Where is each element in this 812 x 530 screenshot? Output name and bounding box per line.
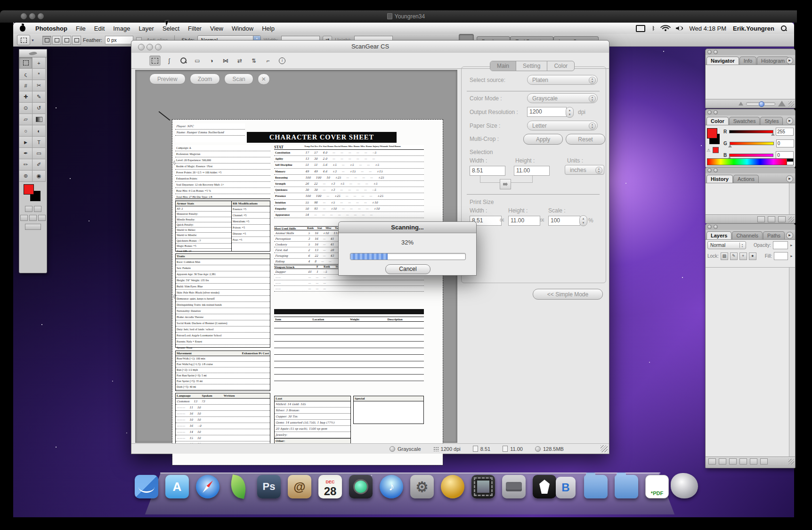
tab-paths[interactable]: Paths <box>763 231 785 239</box>
dock-system-preferences-icon[interactable]: ⚙ <box>410 475 434 498</box>
new-layer-icon[interactable] <box>750 458 757 465</box>
slice-tool-icon[interactable]: ✂ <box>32 80 46 91</box>
magic-wand-tool-icon[interactable]: * <box>32 69 46 80</box>
paper-size-popup[interactable]: Letter▲▼ <box>527 121 598 130</box>
lock-transparency-icon[interactable]: ▨ <box>721 253 728 260</box>
link-dimensions-button[interactable] <box>500 179 511 189</box>
clone-stamp-tool-icon[interactable]: ⊙ <box>19 103 32 114</box>
navigator-zoom-slider[interactable] <box>746 102 775 106</box>
tab-setting[interactable]: Setting <box>516 61 547 71</box>
tab-color[interactable]: Color <box>547 61 574 71</box>
display-icon[interactable] <box>636 25 645 32</box>
screen-mode-full-menubar-button[interactable] <box>29 215 37 221</box>
palette-close-button[interactable] <box>707 50 712 54</box>
dock-finder-icon[interactable] <box>135 475 158 498</box>
tab-history[interactable]: History <box>706 175 733 183</box>
toolbox-header[interactable] <box>19 49 47 57</box>
tab-channels[interactable]: Channels <box>732 231 762 239</box>
green-value-input[interactable]: 0 <box>776 139 794 147</box>
menu-item[interactable]: Select <box>158 25 184 32</box>
menu-item[interactable]: File <box>72 25 90 32</box>
palette-resize-grip[interactable] <box>788 459 794 465</box>
palette-menu-icon[interactable]: ▶ <box>786 175 793 182</box>
palette-collapse-button[interactable] <box>714 50 718 54</box>
select-source-popup[interactable]: Platen▲▼ <box>527 75 598 85</box>
fill-input[interactable] <box>774 252 788 260</box>
palette-menu-icon[interactable]: ▶ <box>786 117 793 124</box>
new-snapshot-icon[interactable] <box>768 216 775 222</box>
output-resolution-input[interactable]: 1200 <box>527 107 567 117</box>
tone-icon[interactable]: ◑ <box>206 56 217 66</box>
info-icon[interactable]: i <box>276 56 288 66</box>
menu-item[interactable]: View <box>206 25 227 32</box>
units-popup[interactable]: inches▲▼ <box>565 165 604 175</box>
dock-itunes-icon[interactable]: ♪ <box>380 475 403 498</box>
opacity-input[interactable] <box>773 241 788 249</box>
dock-bluetooth-utility-icon[interactable]: B <box>556 477 576 498</box>
dock-app-a-icon[interactable]: A <box>165 475 189 498</box>
tab-histogram[interactable]: Histogram <box>757 57 789 65</box>
tool-dropdown-arrow[interactable]: ▼ <box>31 39 34 42</box>
dock-photoshop-icon[interactable]: Ps <box>257 475 281 498</box>
blur-tool-icon[interactable]: ○ <box>19 125 32 137</box>
scroll-icon[interactable]: ʃ <box>163 56 175 66</box>
selection-width-input[interactable]: 8.51 <box>470 166 505 176</box>
delete-state-icon[interactable] <box>778 216 786 222</box>
current-tool-icon[interactable] <box>17 35 30 45</box>
print-scale-input[interactable]: 100 <box>548 216 580 226</box>
screen-mode-standard-button[interactable] <box>20 215 28 221</box>
flip-horizontal-icon[interactable]: ⇄ <box>234 56 245 66</box>
volume-icon[interactable] <box>676 25 683 31</box>
gamut-color-chip[interactable] <box>713 147 719 153</box>
standard-mode-button[interactable] <box>25 206 32 212</box>
selection-intersect-button[interactable] <box>72 36 81 45</box>
foreground-color-chip[interactable] <box>707 128 717 139</box>
eyedropper-tool-icon[interactable]: ✐ <box>32 159 46 171</box>
zoom-out-icon[interactable] <box>739 102 743 106</box>
tab-actions[interactable]: Actions <box>733 175 759 183</box>
palette-collapse-button[interactable] <box>714 225 718 229</box>
shape-tool-icon[interactable]: ▭ <box>32 148 46 159</box>
reset-button[interactable]: Reset <box>566 134 605 145</box>
dock-pdf-stack-icon[interactable]: *PDF <box>645 475 669 498</box>
menu-clock[interactable]: Wed 4:18 PM <box>690 25 727 32</box>
crop-select-icon[interactable] <box>149 56 161 66</box>
lock-pixels-icon[interactable]: ✎ <box>730 253 738 260</box>
zoom-button[interactable]: Zoom <box>190 73 220 84</box>
cancel-button[interactable]: Cancel <box>385 264 430 274</box>
dock-address-book-icon[interactable]: @ <box>288 475 311 498</box>
cancel-scan-icon[interactable]: ✕ <box>258 73 270 85</box>
black-white-chip[interactable] <box>787 158 794 165</box>
pen-tool-icon[interactable]: ✒ <box>19 148 32 159</box>
simple-mode-button[interactable]: << Simple Mode <box>533 289 603 300</box>
dock-gold-sphere-icon[interactable] <box>441 475 464 498</box>
menu-item[interactable]: Help <box>258 25 279 32</box>
menu-item[interactable]: Window <box>227 25 258 32</box>
frame-icon[interactable]: ▭ <box>192 56 203 66</box>
palette-collapse-button[interactable] <box>714 168 718 172</box>
color-spectrum-bar[interactable] <box>707 158 787 165</box>
palette-close-button[interactable] <box>707 168 712 172</box>
blend-mode-popup[interactable]: Normal▲▼ <box>707 241 746 249</box>
tab-layers[interactable]: Layers <box>706 231 731 239</box>
lasso-tool-icon[interactable]: ς <box>19 69 32 80</box>
print-height-input[interactable]: 11.00 <box>508 216 540 226</box>
dock-ical-icon[interactable]: DEC28 <box>318 475 342 498</box>
healing-brush-tool-icon[interactable]: ✚ <box>19 91 32 103</box>
menu-item[interactable]: Edit <box>90 25 109 32</box>
tab-navigator[interactable]: Navigator <box>706 57 739 65</box>
apple-menu-icon[interactable] <box>20 25 25 32</box>
zoom-tool-icon[interactable]: ◉ <box>32 171 46 182</box>
dock-feather-app-icon[interactable] <box>227 475 250 498</box>
menu-photoshop[interactable]: Photoshop <box>31 25 72 32</box>
menu-item[interactable]: Layer <box>134 25 158 32</box>
lock-position-icon[interactable]: + <box>739 253 747 260</box>
scangear-close-button[interactable] <box>138 44 145 50</box>
dock-safari-icon[interactable] <box>196 475 219 498</box>
dock-trash-icon[interactable] <box>671 473 698 498</box>
magnifier-icon[interactable] <box>178 56 189 66</box>
type-tool-icon[interactable]: T <box>32 137 46 148</box>
palette-resize-grip[interactable] <box>788 217 794 222</box>
flip-vertical-icon[interactable]: ⇅ <box>248 56 260 66</box>
dock-photo-booth-icon[interactable] <box>349 475 373 498</box>
